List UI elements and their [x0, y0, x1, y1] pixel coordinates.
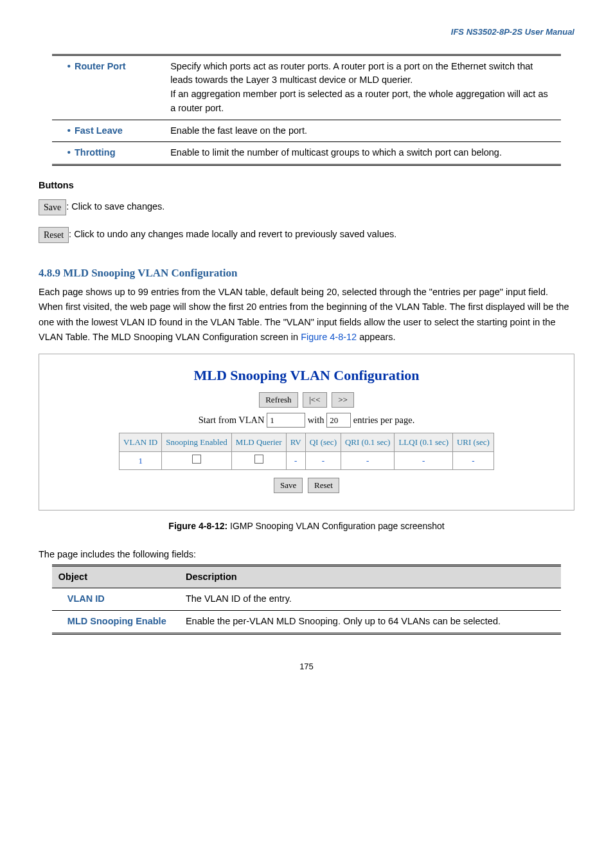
cell-qri: -: [341, 451, 394, 470]
mld-snooping-label: MLD Snooping Enable: [67, 616, 166, 626]
next-button[interactable]: >>: [332, 392, 354, 408]
col-object: Object: [52, 565, 179, 588]
reset-note: : Click to undo any changes made locally…: [69, 229, 396, 239]
buttons-header: Buttons: [39, 179, 574, 193]
router-port-label: Router Port: [67, 61, 126, 71]
vlan-config-table: VLAN ID Snooping Enabled MLD Querier RV …: [119, 433, 494, 470]
figure-caption-rest: IGMP Snooping VLAN Configuration page sc…: [227, 521, 445, 531]
router-port-desc: Specify which ports act as router ports.…: [164, 55, 561, 120]
cell-vlan-id: 1: [120, 451, 162, 470]
col-snooping-enabled: Snooping Enabled: [162, 433, 232, 452]
mld-config-title: MLD Snooping VLAN Configuration: [44, 365, 569, 386]
section-body: Each page shows up to 99 entries from th…: [39, 285, 574, 345]
start-from-label: Start from VLAN: [199, 415, 265, 425]
start-from-row: Start from VLAN 1 with 20 entries per pa…: [44, 413, 569, 428]
vlan-id-desc: The VLAN ID of the entry.: [179, 588, 561, 611]
mld-config-box: MLD Snooping VLAN Configuration Refresh …: [39, 354, 574, 511]
cell-rv: -: [286, 451, 305, 470]
save-note: : Click to save changes.: [66, 201, 164, 212]
per-page-input[interactable]: 20: [326, 413, 351, 428]
save-button[interactable]: Save: [39, 199, 66, 215]
section-title: 4.8.9 MLD Snooping VLAN Configuration: [39, 265, 574, 282]
cell-llqi: -: [395, 451, 453, 470]
config-reset-button[interactable]: Reset: [308, 478, 339, 493]
mld-snooping-desc: Enable the per-VLAN MLD Snooping. Only u…: [179, 611, 561, 634]
cell-qi: -: [305, 451, 341, 470]
col-llqi: LLQI (0.1 sec): [395, 433, 453, 452]
col-description: Description: [179, 565, 561, 588]
throtting-label: Throtting: [67, 147, 116, 158]
fields-intro: The page includes the following fields:: [39, 547, 574, 562]
col-qri: QRI (0.1 sec): [341, 433, 394, 452]
figure-link[interactable]: Figure 4-8-12: [301, 332, 357, 342]
object-table-2: Object Description VLAN ID The VLAN ID o…: [52, 565, 561, 635]
config-save-button[interactable]: Save: [274, 478, 303, 493]
col-rv: RV: [286, 433, 305, 452]
fast-leave-label: Fast Leave: [67, 125, 123, 136]
entries-label: entries per page.: [353, 415, 414, 425]
cell-uri: -: [452, 451, 493, 470]
col-uri: URI (sec): [452, 433, 493, 452]
figure-caption-bold: Figure 4-8-12:: [168, 521, 227, 531]
col-qi: QI (sec): [305, 433, 341, 452]
object-table-1: Router Port Specify which ports act as r…: [52, 54, 561, 167]
cell-snooping: [162, 451, 232, 470]
vlan-id-label: VLAN ID: [67, 593, 105, 604]
querier-checkbox[interactable]: [254, 455, 263, 464]
fast-leave-desc: Enable the fast leave on the port.: [164, 120, 561, 142]
reset-button[interactable]: Reset: [39, 227, 69, 243]
refresh-button[interactable]: Refresh: [259, 392, 298, 408]
col-vlan-id: VLAN ID: [120, 433, 162, 452]
start-vlan-input[interactable]: 1: [267, 413, 305, 428]
page-number: 175: [39, 660, 574, 673]
cell-querier: [231, 451, 286, 470]
table-row: 1 - - - - -: [120, 451, 494, 470]
col-mld-querier: MLD Querier: [231, 433, 286, 452]
page-header: IFS NS3502-8P-2S User Manual: [39, 26, 574, 39]
with-label: with: [308, 415, 324, 425]
section-body-2: appears.: [357, 332, 395, 342]
snooping-checkbox[interactable]: [192, 455, 201, 464]
figure-caption: Figure 4-8-12: IGMP Snooping VLAN Config…: [39, 520, 574, 533]
prev-button[interactable]: |<<: [303, 392, 326, 408]
throtting-desc: Enable to limit the number of multicast …: [164, 142, 561, 165]
